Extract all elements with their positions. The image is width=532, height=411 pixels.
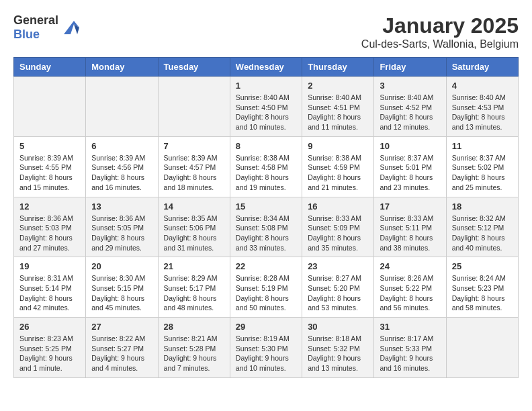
day-number: 7 — [164, 141, 224, 151]
day-number: 27 — [91, 322, 152, 332]
day-number: 15 — [236, 201, 296, 212]
day-number: 12 — [19, 201, 80, 212]
calendar-header-row: SundayMondayTuesdayWednesdayThursdayFrid… — [14, 58, 519, 77]
day-info: Sunrise: 8:39 AM Sunset: 4:56 PM Dayligh… — [91, 153, 152, 193]
calendar-day-cell — [446, 318, 518, 378]
calendar-day-cell: 31Sunrise: 8:17 AM Sunset: 5:33 PM Dayli… — [374, 318, 446, 378]
day-info: Sunrise: 8:40 AM Sunset: 4:53 PM Dayligh… — [452, 93, 513, 132]
day-of-week-header: Thursday — [302, 58, 374, 77]
calendar-day-cell: 25Sunrise: 8:24 AM Sunset: 5:23 PM Dayli… — [446, 257, 518, 318]
logo-text: General Blue — [13, 13, 58, 42]
calendar-day-cell: 14Sunrise: 8:35 AM Sunset: 5:06 PM Dayli… — [158, 197, 230, 257]
calendar-table: SundayMondayTuesdayWednesdayThursdayFrid… — [13, 57, 519, 378]
calendar-day-cell: 15Sunrise: 8:34 AM Sunset: 5:08 PM Dayli… — [230, 197, 302, 257]
day-number: 2 — [308, 81, 368, 91]
calendar-day-cell: 28Sunrise: 8:21 AM Sunset: 5:28 PM Dayli… — [158, 318, 230, 378]
calendar-day-cell: 26Sunrise: 8:23 AM Sunset: 5:25 PM Dayli… — [14, 318, 86, 378]
calendar-day-cell: 22Sunrise: 8:28 AM Sunset: 5:19 PM Dayli… — [230, 257, 302, 318]
calendar-day-cell: 24Sunrise: 8:26 AM Sunset: 5:22 PM Dayli… — [374, 257, 446, 318]
day-info: Sunrise: 8:27 AM Sunset: 5:20 PM Dayligh… — [308, 273, 368, 313]
logo: General Blue — [13, 13, 81, 42]
calendar-day-cell: 1Sunrise: 8:40 AM Sunset: 4:50 PM Daylig… — [230, 77, 302, 137]
day-of-week-header: Wednesday — [230, 58, 302, 77]
calendar-day-cell: 9Sunrise: 8:38 AM Sunset: 4:59 PM Daylig… — [302, 136, 374, 197]
day-of-week-header: Friday — [374, 58, 446, 77]
page-header: General Blue January 2025 Cul-des-Sarts,… — [13, 13, 519, 50]
calendar-day-cell: 20Sunrise: 8:30 AM Sunset: 5:15 PM Dayli… — [86, 257, 158, 318]
day-number: 21 — [164, 261, 224, 271]
calendar-day-cell: 6Sunrise: 8:39 AM Sunset: 4:56 PM Daylig… — [86, 136, 158, 197]
day-number: 18 — [452, 201, 513, 212]
day-info: Sunrise: 8:40 AM Sunset: 4:52 PM Dayligh… — [380, 93, 440, 132]
day-info: Sunrise: 8:29 AM Sunset: 5:17 PM Dayligh… — [164, 273, 224, 313]
day-number: 25 — [452, 261, 513, 271]
day-number: 29 — [236, 322, 296, 332]
day-info: Sunrise: 8:37 AM Sunset: 5:01 PM Dayligh… — [380, 153, 440, 193]
day-info: Sunrise: 8:22 AM Sunset: 5:27 PM Dayligh… — [91, 334, 152, 373]
calendar-day-cell: 19Sunrise: 8:31 AM Sunset: 5:14 PM Dayli… — [14, 257, 86, 318]
day-info: Sunrise: 8:36 AM Sunset: 5:05 PM Dayligh… — [91, 214, 152, 253]
calendar-week-row: 26Sunrise: 8:23 AM Sunset: 5:25 PM Dayli… — [14, 318, 519, 378]
calendar-day-cell — [14, 77, 86, 137]
calendar-day-cell: 12Sunrise: 8:36 AM Sunset: 5:03 PM Dayli… — [14, 197, 86, 257]
day-info: Sunrise: 8:37 AM Sunset: 5:02 PM Dayligh… — [452, 153, 513, 193]
day-number: 1 — [236, 81, 296, 91]
day-number: 28 — [164, 322, 224, 332]
day-info: Sunrise: 8:40 AM Sunset: 4:51 PM Dayligh… — [308, 93, 368, 132]
day-info: Sunrise: 8:17 AM Sunset: 5:33 PM Dayligh… — [380, 334, 440, 373]
day-info: Sunrise: 8:26 AM Sunset: 5:22 PM Dayligh… — [380, 273, 440, 313]
calendar-day-cell: 13Sunrise: 8:36 AM Sunset: 5:05 PM Dayli… — [86, 197, 158, 257]
calendar-week-row: 5Sunrise: 8:39 AM Sunset: 4:55 PM Daylig… — [14, 136, 519, 197]
day-number: 31 — [380, 322, 440, 332]
day-number: 23 — [308, 261, 368, 271]
day-info: Sunrise: 8:24 AM Sunset: 5:23 PM Dayligh… — [452, 273, 513, 313]
calendar-day-cell: 2Sunrise: 8:40 AM Sunset: 4:51 PM Daylig… — [302, 77, 374, 137]
day-info: Sunrise: 8:31 AM Sunset: 5:14 PM Dayligh… — [19, 273, 80, 313]
calendar-day-cell: 17Sunrise: 8:33 AM Sunset: 5:11 PM Dayli… — [374, 197, 446, 257]
calendar-day-cell: 3Sunrise: 8:40 AM Sunset: 4:52 PM Daylig… — [374, 77, 446, 137]
calendar-day-cell: 11Sunrise: 8:37 AM Sunset: 5:02 PM Dayli… — [446, 136, 518, 197]
day-info: Sunrise: 8:39 AM Sunset: 4:57 PM Dayligh… — [164, 153, 224, 193]
location-title: Cul-des-Sarts, Wallonia, Belgium — [361, 38, 519, 50]
day-number: 26 — [19, 322, 80, 332]
day-number: 16 — [308, 201, 368, 212]
day-of-week-header: Monday — [86, 58, 158, 77]
day-number: 3 — [380, 81, 440, 91]
calendar-day-cell: 30Sunrise: 8:18 AM Sunset: 5:32 PM Dayli… — [302, 318, 374, 378]
calendar-day-cell: 27Sunrise: 8:22 AM Sunset: 5:27 PM Dayli… — [86, 318, 158, 378]
title-section: January 2025 Cul-des-Sarts, Wallonia, Be… — [361, 13, 519, 50]
day-info: Sunrise: 8:34 AM Sunset: 5:08 PM Dayligh… — [236, 214, 296, 253]
day-info: Sunrise: 8:40 AM Sunset: 4:50 PM Dayligh… — [236, 93, 296, 132]
day-number: 6 — [91, 141, 152, 151]
day-of-week-header: Sunday — [14, 58, 86, 77]
day-info: Sunrise: 8:30 AM Sunset: 5:15 PM Dayligh… — [91, 273, 152, 313]
calendar-day-cell: 16Sunrise: 8:33 AM Sunset: 5:09 PM Dayli… — [302, 197, 374, 257]
day-info: Sunrise: 8:36 AM Sunset: 5:03 PM Dayligh… — [19, 214, 80, 253]
day-number: 22 — [236, 261, 296, 271]
day-number: 14 — [164, 201, 224, 212]
calendar-day-cell: 29Sunrise: 8:19 AM Sunset: 5:30 PM Dayli… — [230, 318, 302, 378]
day-number: 24 — [380, 261, 440, 271]
day-of-week-header: Saturday — [446, 58, 518, 77]
calendar-day-cell: 21Sunrise: 8:29 AM Sunset: 5:17 PM Dayli… — [158, 257, 230, 318]
logo-blue: Blue — [13, 28, 40, 41]
day-number: 5 — [19, 141, 80, 151]
day-of-week-header: Tuesday — [158, 58, 230, 77]
day-number: 10 — [380, 141, 440, 151]
logo-general: General — [13, 13, 58, 27]
calendar-day-cell: 7Sunrise: 8:39 AM Sunset: 4:57 PM Daylig… — [158, 136, 230, 197]
day-info: Sunrise: 8:33 AM Sunset: 5:09 PM Dayligh… — [308, 214, 368, 253]
day-number: 30 — [308, 322, 368, 332]
day-info: Sunrise: 8:23 AM Sunset: 5:25 PM Dayligh… — [19, 334, 80, 373]
calendar-day-cell: 4Sunrise: 8:40 AM Sunset: 4:53 PM Daylig… — [446, 77, 518, 137]
day-number: 8 — [236, 141, 296, 151]
day-info: Sunrise: 8:39 AM Sunset: 4:55 PM Dayligh… — [19, 153, 80, 193]
day-number: 20 — [91, 261, 152, 271]
day-info: Sunrise: 8:28 AM Sunset: 5:19 PM Dayligh… — [236, 273, 296, 313]
calendar-day-cell: 8Sunrise: 8:38 AM Sunset: 4:58 PM Daylig… — [230, 136, 302, 197]
calendar-day-cell: 10Sunrise: 8:37 AM Sunset: 5:01 PM Dayli… — [374, 136, 446, 197]
calendar-week-row: 19Sunrise: 8:31 AM Sunset: 5:14 PM Dayli… — [14, 257, 519, 318]
day-info: Sunrise: 8:19 AM Sunset: 5:30 PM Dayligh… — [236, 334, 296, 373]
calendar-day-cell: 23Sunrise: 8:27 AM Sunset: 5:20 PM Dayli… — [302, 257, 374, 318]
month-title: January 2025 — [361, 13, 519, 38]
